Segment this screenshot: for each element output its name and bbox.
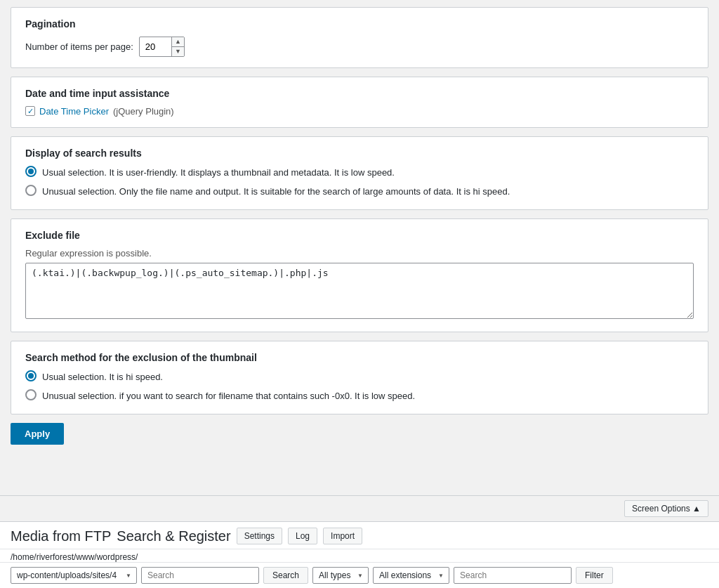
search-method-radio1[interactable] [25,370,37,381]
search-results-option2-row: Unusual selection. Only the file name an… [25,185,694,199]
datetime-section: Date and time input assistance Date Time… [11,77,708,128]
exclude-file-description: Regular expression is possible. [25,248,152,259]
search-results-radio2[interactable] [25,185,37,196]
datetime-checkbox-row: Date Time Picker (jQuery Plugin) [25,106,694,117]
items-per-page-field[interactable] [140,39,171,55]
search-method-section: Search method for the exclusion of the t… [11,341,708,414]
spinner-up[interactable]: ▲ [172,37,184,47]
exclude-file-wrapper: (.ktai.)|(.backwpup_log.)|(.ps_auto_site… [25,259,694,321]
items-per-page-input[interactable]: ▲ ▼ [139,37,185,57]
search-method-option2-row: Unusual selection. if you want to search… [25,389,694,403]
search-results-option1-label: Usual selection. It is user-friendly. It… [42,166,395,180]
search-results-radio1[interactable] [25,166,37,177]
spinner-buttons: ▲ ▼ [171,37,184,56]
search-method-radio-group: Usual selection. It is hi speed. Unusual… [25,370,694,403]
datetime-checkbox[interactable] [25,106,35,116]
datetime-plugin-label: (jQuery Plugin) [113,106,174,117]
search-method-radio2[interactable] [25,389,37,400]
spinner-down[interactable]: ▼ [172,47,184,56]
exclude-file-section: Exclude file Regular expression is possi… [11,218,708,332]
search-results-radio-group: Usual selection. It is user-friendly. It… [25,166,694,199]
search-results-option2-label: Unusual selection. Only the file name an… [42,185,510,199]
search-results-title: Display of search results [25,148,694,159]
exclude-file-textarea[interactable]: (.ktai.)|(.backwpup_log.)|(.ps_auto_site… [25,263,694,319]
search-method-option2-label: Unusual selection. if you want to search… [42,389,415,403]
datetime-title: Date and time input assistance [25,88,694,99]
pagination-label: Number of items per page: [25,41,133,52]
search-method-option1-row: Usual selection. It is hi speed. [25,370,694,384]
pagination-section: Pagination Number of items per page: ▲ ▼ [11,7,708,68]
exclude-file-title: Exclude file [25,230,694,241]
search-results-section: Display of search results Usual selectio… [11,136,708,210]
apply-button[interactable]: Apply [11,423,64,445]
search-results-option1-row: Usual selection. It is user-friendly. It… [25,166,694,180]
datetime-picker-link[interactable]: Date Time Picker [39,106,109,117]
pagination-title: Pagination [25,18,694,30]
search-method-option1-label: Usual selection. It is hi speed. [42,370,163,384]
search-method-title: Search method for the exclusion of the t… [25,352,694,363]
